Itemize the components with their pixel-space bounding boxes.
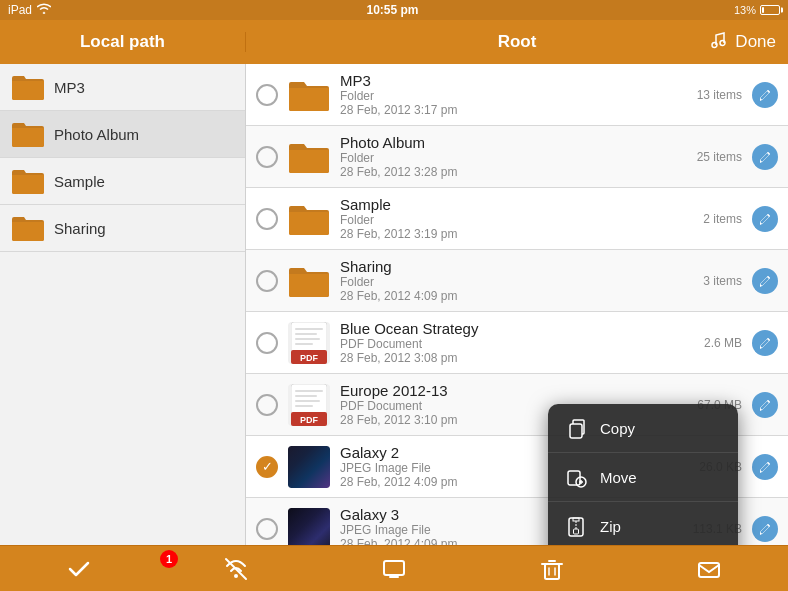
context-move-label: Move xyxy=(600,469,637,486)
context-copy-label: Copy xyxy=(600,420,635,437)
status-right: 13% xyxy=(734,4,780,16)
file-type-mp3: Folder xyxy=(340,89,687,103)
move-icon xyxy=(564,465,588,489)
file-name-sample: Sample xyxy=(340,196,693,213)
file-info-photo-album: Photo Album Folder 28 Feb, 2012 3:28 pm xyxy=(340,134,687,179)
file-name-photo-album: Photo Album xyxy=(340,134,687,151)
radio-sharing[interactable] xyxy=(256,270,278,292)
file-name-sharing: Sharing xyxy=(340,258,693,275)
pdf-thumb-europe: PDF xyxy=(288,384,330,426)
radio-galaxy2[interactable] xyxy=(256,456,278,478)
svg-rect-37 xyxy=(699,563,719,577)
toolbar-trash-btn[interactable] xyxy=(527,549,577,589)
sidebar-item-photo-album[interactable]: Photo Album xyxy=(0,111,245,158)
svg-rect-13 xyxy=(295,390,323,392)
file-size-mp3: 13 items xyxy=(697,88,742,102)
status-left: iPad xyxy=(8,3,51,17)
file-info-sample: Sample Folder 28 Feb, 2012 3:19 pm xyxy=(340,196,693,241)
edit-btn-europe[interactable] xyxy=(752,392,778,418)
thumb-galaxy3 xyxy=(288,508,330,546)
edit-btn-blue-ocean[interactable] xyxy=(752,330,778,356)
folder-icon xyxy=(12,74,44,100)
edit-btn-photo-album[interactable] xyxy=(752,144,778,170)
sidebar-item-sample[interactable]: Sample xyxy=(0,158,245,205)
file-item-blue-ocean[interactable]: PDF Blue Ocean Strategy PDF Document 28 … xyxy=(246,312,788,374)
folder-icon xyxy=(12,121,44,147)
file-info-sharing: Sharing Folder 28 Feb, 2012 4:09 pm xyxy=(340,258,693,303)
bottom-toolbar: 1 xyxy=(0,545,788,591)
main-content: MP3 Photo Album Sample xyxy=(0,64,788,545)
context-menu-move[interactable]: Move xyxy=(548,453,738,502)
file-item-sharing[interactable]: Sharing Folder 28 Feb, 2012 4:09 pm 3 it… xyxy=(246,250,788,312)
svg-rect-9 xyxy=(295,343,313,345)
context-menu-copy[interactable]: Copy xyxy=(548,404,738,453)
file-name-europe: Europe 2012-13 xyxy=(340,382,687,399)
radio-blue-ocean[interactable] xyxy=(256,332,278,354)
svg-rect-16 xyxy=(295,405,313,407)
svg-rect-21 xyxy=(573,518,579,521)
header: Local path Root Done xyxy=(0,20,788,64)
context-menu-zip[interactable]: Zip xyxy=(548,502,738,545)
sidebar-photo-label: Photo Album xyxy=(54,126,139,143)
edit-btn-galaxy2[interactable] xyxy=(752,454,778,480)
toolbar-no-wifi-btn[interactable] xyxy=(211,549,261,589)
zip-icon xyxy=(564,514,588,538)
file-size-photo-album: 25 items xyxy=(697,150,742,164)
battery-icon xyxy=(760,5,780,15)
sidebar: MP3 Photo Album Sample xyxy=(0,64,246,545)
status-bar: iPad 10:55 pm 13% xyxy=(0,0,788,20)
music-icon xyxy=(710,31,728,54)
file-item-photo-album[interactable]: Photo Album Folder 28 Feb, 2012 3:28 pm … xyxy=(246,126,788,188)
edit-btn-sample[interactable] xyxy=(752,206,778,232)
toolbar-mail-btn[interactable] xyxy=(684,549,734,589)
radio-photo-album[interactable] xyxy=(256,146,278,168)
svg-rect-15 xyxy=(295,400,320,402)
svg-point-1 xyxy=(720,40,725,45)
file-info-mp3: MP3 Folder 28 Feb, 2012 3:17 pm xyxy=(340,72,687,117)
folder-thumb-sample xyxy=(288,198,330,240)
edit-btn-sharing[interactable] xyxy=(752,268,778,294)
status-time: 10:55 pm xyxy=(366,3,418,17)
file-date-sharing: 28 Feb, 2012 4:09 pm xyxy=(340,289,693,303)
radio-galaxy3[interactable] xyxy=(256,518,278,540)
sidebar-item-sharing[interactable]: Sharing xyxy=(0,205,245,252)
file-name-blue-ocean: Blue Ocean Strategy xyxy=(340,320,694,337)
file-size-blue-ocean: 2.6 MB xyxy=(704,336,742,350)
file-date-blue-ocean: 28 Feb, 2012 3:08 pm xyxy=(340,351,694,365)
file-info-blue-ocean: Blue Ocean Strategy PDF Document 28 Feb,… xyxy=(340,320,694,365)
file-item-mp3[interactable]: MP3 Folder 28 Feb, 2012 3:17 pm 13 items xyxy=(246,64,788,126)
file-name-mp3: MP3 xyxy=(340,72,687,89)
file-item-sample[interactable]: Sample Folder 28 Feb, 2012 3:19 pm 2 ite… xyxy=(246,188,788,250)
svg-text:PDF: PDF xyxy=(300,353,319,363)
file-size-sample: 2 items xyxy=(703,212,742,226)
file-date-photo-album: 28 Feb, 2012 3:28 pm xyxy=(340,165,687,179)
wifi-icon xyxy=(37,3,51,17)
radio-sample[interactable] xyxy=(256,208,278,230)
file-list: MP3 Folder 28 Feb, 2012 3:17 pm 13 items xyxy=(246,64,788,545)
header-local-path: Local path xyxy=(0,32,246,52)
folder-thumb-photo xyxy=(288,136,330,178)
radio-europe[interactable] xyxy=(256,394,278,416)
svg-rect-17 xyxy=(570,424,582,438)
toolbar-screen-btn[interactable] xyxy=(369,549,419,589)
carrier-label: iPad xyxy=(8,3,32,17)
sidebar-sharing-label: Sharing xyxy=(54,220,106,237)
svg-rect-6 xyxy=(295,328,323,330)
folder-icon xyxy=(12,168,44,194)
edit-btn-galaxy3[interactable] xyxy=(752,516,778,542)
svg-rect-8 xyxy=(295,338,320,340)
edit-btn-mp3[interactable] xyxy=(752,82,778,108)
svg-rect-32 xyxy=(545,564,559,579)
battery-percent: 13% xyxy=(734,4,756,16)
header-root: Root Done xyxy=(246,32,788,52)
file-type-sample: Folder xyxy=(340,213,693,227)
file-date-mp3: 28 Feb, 2012 3:17 pm xyxy=(340,103,687,117)
done-button[interactable]: Done xyxy=(735,32,776,52)
toolbar-checkmark-btn[interactable] xyxy=(54,549,104,589)
file-type-blue-ocean: PDF Document xyxy=(340,337,694,351)
copy-icon xyxy=(564,416,588,440)
sidebar-item-mp3[interactable]: MP3 xyxy=(0,64,245,111)
radio-mp3[interactable] xyxy=(256,84,278,106)
svg-rect-14 xyxy=(295,395,317,397)
sidebar-sample-label: Sample xyxy=(54,173,105,190)
